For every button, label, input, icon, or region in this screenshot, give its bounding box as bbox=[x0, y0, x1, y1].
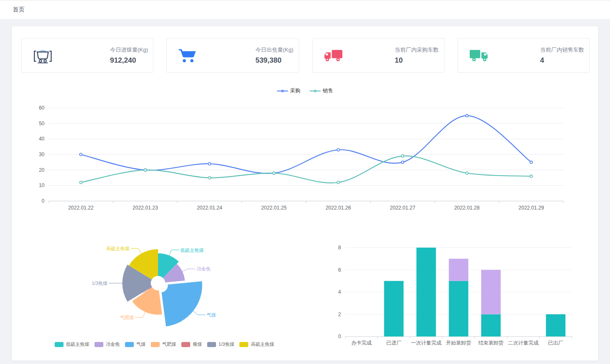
data-point-销售[interactable] bbox=[466, 172, 468, 174]
data-point-采购[interactable] bbox=[466, 114, 468, 117]
legend-label: 1/3焦煤 bbox=[219, 341, 234, 347]
bar-chart-y-tick: 2 bbox=[338, 312, 341, 317]
stat-card-sale-trucks: 当前厂内销售车数 4 bbox=[458, 38, 590, 73]
legend-swatch-icon bbox=[239, 342, 248, 347]
data-point-销售[interactable] bbox=[401, 155, 404, 157]
line-chart-y-tick: 50 bbox=[39, 121, 45, 127]
pie-label-line bbox=[135, 312, 145, 317]
legend-label: 低硫主焦煤 bbox=[66, 341, 89, 347]
legend-label: 采购 bbox=[290, 87, 300, 94]
legend-line-marker-icon bbox=[277, 91, 288, 91]
line-chart-x-label: 2022.01.24 bbox=[197, 205, 222, 211]
pie-label-line bbox=[193, 311, 205, 314]
data-point-销售[interactable] bbox=[530, 175, 532, 177]
bar-segment-开始装卸货[interactable] bbox=[449, 281, 469, 336]
legend-item-冶金焦[interactable]: 冶金焦 bbox=[94, 341, 120, 347]
data-point-销售[interactable] bbox=[144, 169, 147, 171]
bar-chart-x-label: 已进厂 bbox=[386, 340, 402, 346]
bar-segment-结束装卸货[interactable] bbox=[481, 270, 501, 314]
stat-card-text: 今日出焦量(Kg) 539,380 bbox=[255, 46, 294, 65]
legend-item-高硫主焦煤[interactable]: 高硫主焦煤 bbox=[239, 341, 274, 347]
stat-card-coal-in: 今日进煤量(Kg) 912,240 bbox=[21, 38, 153, 73]
bar-chart-x-label: 开始装卸货 bbox=[446, 340, 471, 346]
bar-segment-已进厂[interactable] bbox=[384, 281, 404, 336]
data-point-销售[interactable] bbox=[80, 181, 82, 184]
pie-label-line bbox=[182, 269, 195, 272]
dashboard-panel: 今日进煤量(Kg) 912,240 今日出焦量(Kg) 539,380 bbox=[12, 26, 598, 361]
legend-item-采购[interactable]: 采购 bbox=[277, 87, 300, 94]
legend-swatch-icon bbox=[181, 342, 190, 347]
bar-segment-开始装卸货[interactable] bbox=[449, 259, 469, 281]
pie-label: 冶金焦 bbox=[197, 266, 211, 271]
legend-item-气煤[interactable]: 气煤 bbox=[125, 341, 146, 347]
line-chart-legend: 采购销售 bbox=[12, 87, 598, 94]
page-background: 今日进煤量(Kg) 912,240 今日出焦量(Kg) 539,380 bbox=[0, 19, 610, 361]
bar-chart-y-tick: 4 bbox=[338, 289, 341, 295]
mine-cart-icon bbox=[33, 47, 53, 64]
pie-label-line bbox=[169, 250, 179, 256]
sale-truck-icon bbox=[469, 48, 488, 63]
legend-swatch-icon bbox=[125, 342, 134, 347]
pie-label: 1/3焦煤 bbox=[92, 281, 107, 286]
pie-label: 气煤 bbox=[207, 312, 216, 317]
pie-slice-气煤[interactable] bbox=[161, 281, 202, 327]
line-chart-x-label: 2022.01.29 bbox=[518, 205, 544, 211]
line-chart-x-label: 2022.01.27 bbox=[390, 205, 415, 211]
data-point-采购[interactable] bbox=[208, 163, 211, 165]
data-point-销售[interactable] bbox=[273, 172, 275, 174]
data-point-采购[interactable] bbox=[80, 153, 82, 156]
data-point-采购[interactable] bbox=[337, 149, 339, 151]
stat-card-text: 今日进煤量(Kg) 912,240 bbox=[110, 46, 148, 65]
stat-card-label: 今日进煤量(Kg) bbox=[110, 46, 148, 54]
line-chart-y-tick: 20 bbox=[39, 167, 45, 173]
bar-chart-x-label: 一次计量完成 bbox=[411, 340, 441, 346]
bar-chart-x-label: 已出厂 bbox=[548, 340, 563, 346]
legend-swatch-icon bbox=[151, 342, 160, 347]
data-point-采购[interactable] bbox=[401, 161, 404, 163]
stat-card-text: 当前厂内采购车数 10 bbox=[395, 46, 439, 65]
legend-item-销售[interactable]: 销售 bbox=[310, 87, 333, 94]
legend-swatch-icon bbox=[55, 342, 64, 347]
bar-chart-y-tick: 8 bbox=[338, 245, 341, 251]
line-chart-x-label: 2022.01.25 bbox=[261, 205, 287, 211]
breadcrumb-bar: 首页 bbox=[0, 0, 610, 19]
data-point-销售[interactable] bbox=[208, 176, 211, 179]
line-chart-x-label: 2022.01.23 bbox=[133, 205, 158, 211]
line-series-采购[interactable] bbox=[81, 116, 531, 173]
bar-chart[interactable]: 02468办卡完成已进厂一次计量完成开始装卸货结束装卸货二次计量完成已出厂 bbox=[330, 236, 585, 348]
legend-item-瘦煤[interactable]: 瘦煤 bbox=[181, 341, 202, 347]
legend-label: 冶金焦 bbox=[106, 341, 120, 347]
legend-item-气肥煤[interactable]: 气肥煤 bbox=[151, 341, 176, 347]
stat-card-purchase-trucks: 当前厂内采购车数 10 bbox=[312, 38, 444, 73]
stat-card-text: 当前厂内销售车数 4 bbox=[540, 46, 584, 65]
legend-label: 销售 bbox=[323, 87, 333, 94]
purchase-truck-icon bbox=[324, 48, 343, 63]
legend-label: 气煤 bbox=[136, 341, 146, 347]
bar-segment-一次计量完成[interactable] bbox=[416, 248, 436, 336]
line-chart[interactable]: 01020304050602022.01.222022.01.232022.01… bbox=[25, 98, 584, 217]
legend-item-低硫主焦煤[interactable]: 低硫主焦煤 bbox=[55, 341, 89, 347]
line-chart-x-label: 2022.01.26 bbox=[325, 205, 351, 211]
rose-pie-chart[interactable]: 低硫主焦煤冶金焦气煤气肥煤瘦煤1/3焦煤高硫主焦煤 bbox=[59, 237, 241, 328]
line-chart-x-label: 2022.01.22 bbox=[68, 205, 94, 211]
legend-item-1/3焦煤[interactable]: 1/3焦煤 bbox=[207, 341, 234, 347]
bar-segment-结束装卸货[interactable] bbox=[481, 314, 501, 337]
line-chart-y-tick: 30 bbox=[39, 152, 45, 157]
bar-chart-y-tick: 6 bbox=[338, 267, 341, 273]
line-chart-y-tick: 40 bbox=[39, 136, 45, 142]
data-point-销售[interactable] bbox=[337, 181, 339, 184]
line-chart-y-tick: 10 bbox=[39, 182, 45, 188]
stat-card-value: 10 bbox=[395, 56, 439, 65]
bar-chart-y-tick: 0 bbox=[338, 334, 341, 339]
pie-label-line bbox=[131, 248, 141, 254]
breadcrumb-home[interactable]: 首页 bbox=[13, 6, 25, 14]
data-point-采购[interactable] bbox=[530, 161, 532, 163]
pie-label: 高硫主焦煤 bbox=[106, 246, 130, 251]
line-chart-x-label: 2022.01.28 bbox=[454, 205, 480, 211]
legend-label: 高硫主焦煤 bbox=[251, 341, 274, 347]
bar-segment-已出厂[interactable] bbox=[546, 314, 566, 337]
stat-card-value: 912,240 bbox=[110, 56, 148, 65]
pie-label: 低硫主焦煤 bbox=[180, 248, 204, 253]
line-series-销售[interactable] bbox=[81, 156, 531, 183]
legend-label: 气肥煤 bbox=[162, 341, 176, 347]
